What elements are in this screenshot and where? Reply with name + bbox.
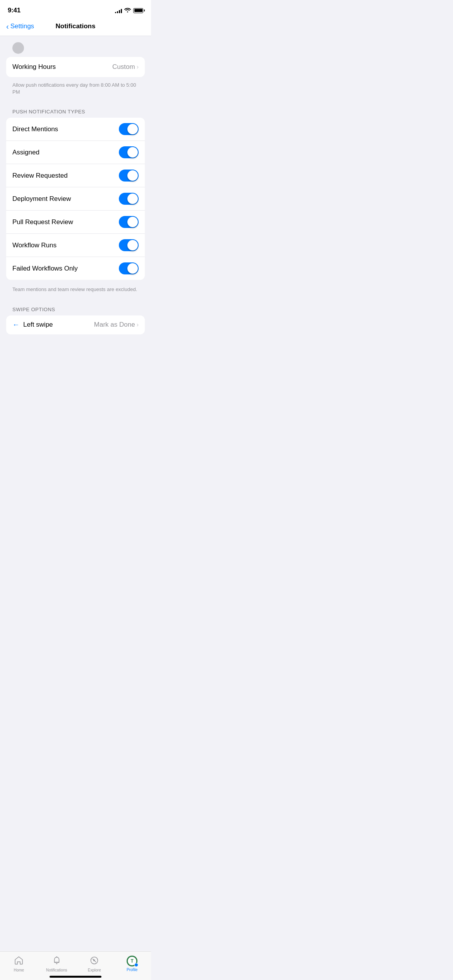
toggle-failed-workflows[interactable] [119,262,139,274]
status-icons [115,7,143,14]
swipe-chevron-right-icon: › [137,321,139,328]
toggle-deployment-review[interactable] [119,193,139,205]
working-hours-description: Allow push notifications every day from … [6,80,145,102]
back-button[interactable]: ‹ Settings [6,22,34,30]
working-hours-row[interactable]: Working Hours Custom › [6,57,145,77]
back-chevron-icon: ‹ [6,22,9,30]
toggle-review-requested[interactable] [119,170,139,182]
toggle-assigned[interactable] [119,146,139,158]
left-swipe-label: Left swipe [23,321,53,329]
wifi-icon [124,7,131,14]
swipe-options-header: SWIPE OPTIONS [6,300,145,315]
toggle-row-review-requested: Review Requested [6,164,145,187]
toggle-row-assigned: Assigned [6,141,145,164]
toggle-label-deployment-review: Deployment Review [12,195,71,203]
toggle-pull-request-review[interactable] [119,216,139,228]
toggle-label-direct-mentions: Direct Mentions [12,125,58,133]
left-swipe-row[interactable]: ← Left swipe Mark as Done › [6,315,145,334]
toggle-label-failed-workflows: Failed Workflows Only [12,265,78,272]
battery-icon [133,8,143,13]
toggle-row-failed-workflows: Failed Workflows Only [6,257,145,280]
working-hours-card: Working Hours Custom › [6,57,145,77]
working-hours-current: Custom [112,63,135,71]
content-area: Working Hours Custom › Allow push notifi… [0,57,151,376]
push-notifications-header: PUSH NOTIFICATION TYPES [6,102,145,118]
toggle-direct-mentions[interactable] [119,123,139,135]
toggle-label-pull-request-review: Pull Request Review [12,218,73,226]
drag-indicator [12,42,24,54]
toggle-row-pull-request-review: Pull Request Review [6,211,145,234]
signal-icon [115,8,122,13]
toggle-workflow-runs[interactable] [119,239,139,251]
back-label: Settings [10,22,34,30]
swipe-left-arrow-icon: ← [12,321,19,329]
push-notifications-footnote: Team mentions and team review requests a… [6,283,145,299]
push-notifications-card: Direct Mentions Assigned Review Requeste… [6,118,145,280]
chevron-right-icon: › [137,63,139,70]
toggle-row-deployment-review: Deployment Review [6,187,145,211]
working-hours-label: Working Hours [12,63,56,71]
toggle-label-assigned: Assigned [12,149,39,156]
toggle-label-workflow-runs: Workflow Runs [12,242,57,249]
left-swipe-value: Mark as Done › [94,321,139,329]
page-title: Notifications [56,22,96,30]
swipe-row-left: ← Left swipe [12,321,53,329]
toggle-label-review-requested: Review Requested [12,172,68,180]
toggle-row-direct-mentions: Direct Mentions [6,118,145,141]
nav-bar: ‹ Settings Notifications [0,19,151,36]
status-bar: 9:41 [0,0,151,19]
toggle-row-workflow-runs: Workflow Runs [6,234,145,257]
left-swipe-action: Mark as Done [94,321,135,329]
status-time: 9:41 [8,7,21,14]
working-hours-value: Custom › [112,63,139,71]
